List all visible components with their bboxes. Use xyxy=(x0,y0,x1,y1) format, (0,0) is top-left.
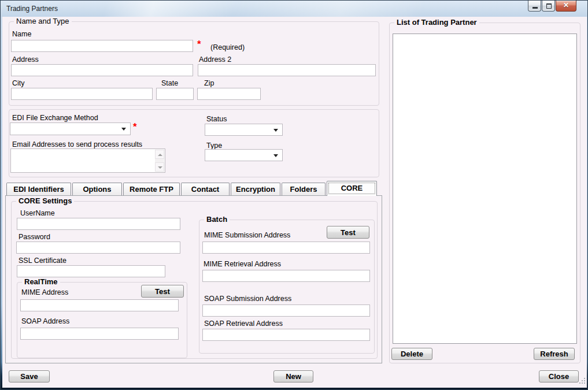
state-label: State xyxy=(161,79,178,87)
name-and-type-group-label: Name and Type xyxy=(14,17,72,25)
core-settings-group-label: CORE Settings xyxy=(16,197,74,205)
name-input[interactable] xyxy=(11,40,193,52)
close-window-button[interactable]: ✕ xyxy=(556,1,576,12)
dropdown-arrow-icon[interactable] xyxy=(121,128,126,131)
tab-options[interactable]: Options xyxy=(72,183,122,195)
tab-focus-rectangle xyxy=(328,183,375,194)
address2-input[interactable] xyxy=(198,64,376,76)
ssl-certificate-input[interactable] xyxy=(17,265,165,277)
name-label: Name xyxy=(12,30,31,38)
partner-list-group-label: List of Trading Partner xyxy=(394,18,479,27)
mime-retrieval-label: MIME Retrieval Address xyxy=(204,260,281,268)
title-bar[interactable]: Trading Partners ✕ xyxy=(1,1,587,17)
edi-method-label: EDI File Exchange Method xyxy=(12,114,98,122)
realtime-test-button[interactable]: Test xyxy=(141,285,184,298)
email-scrollbar[interactable] xyxy=(155,150,164,172)
status-combobox[interactable] xyxy=(205,124,283,136)
email-addresses-textarea[interactable] xyxy=(10,148,165,173)
mime-address-label: MIME Address xyxy=(21,288,68,296)
email-addresses-label: Email Addresses to send process results xyxy=(12,140,142,148)
close-button[interactable]: Close xyxy=(539,370,579,382)
zip-input[interactable] xyxy=(197,88,261,100)
new-button[interactable]: New xyxy=(273,370,313,382)
save-button[interactable]: Save xyxy=(9,370,50,382)
form-content: Name and Type Name * (Required) Address … xyxy=(2,17,587,388)
username-label: UserName xyxy=(20,209,55,217)
soap-submission-label: SOAP Submission Address xyxy=(204,295,291,303)
maximize-icon xyxy=(546,3,552,9)
address-input[interactable] xyxy=(11,64,193,76)
tab-edi-identifiers[interactable]: EDI Identifiers xyxy=(6,183,71,195)
trading-partner-listbox[interactable] xyxy=(393,34,577,344)
city-input[interactable] xyxy=(11,88,153,100)
minimize-icon xyxy=(532,7,538,9)
username-input[interactable] xyxy=(17,218,180,230)
edi-method-required-marker: * xyxy=(133,121,137,133)
soap-submission-input[interactable] xyxy=(202,304,370,317)
tab-core[interactable]: CORE xyxy=(327,181,377,196)
name-required-marker: * xyxy=(197,39,201,50)
soap-retrieval-label: SOAP Retrieval Address xyxy=(204,320,283,328)
city-label: City xyxy=(12,79,25,87)
mime-address-input[interactable] xyxy=(20,299,179,311)
realtime-group-label: RealTime xyxy=(22,278,60,286)
state-input[interactable] xyxy=(156,88,194,100)
address-label: Address xyxy=(12,55,39,64)
type-label: Type xyxy=(206,142,222,150)
window-title: Trading Partners xyxy=(6,5,58,13)
zip-label: Zip xyxy=(204,79,214,87)
refresh-button[interactable]: Refresh xyxy=(534,348,575,360)
soap-address-label: SOAP Address xyxy=(21,317,69,325)
batch-group-label: Batch xyxy=(204,216,230,224)
address2-label: Address 2 xyxy=(199,55,231,64)
soap-retrieval-input[interactable] xyxy=(202,329,370,341)
tab-folders[interactable]: Folders xyxy=(282,183,326,195)
delete-button[interactable]: Delete xyxy=(391,348,432,360)
trading-partners-window: Trading Partners ✕ Name and Type Name * … xyxy=(0,0,588,390)
mime-submission-input[interactable] xyxy=(202,242,370,254)
dropdown-arrow-icon[interactable] xyxy=(273,154,278,157)
batch-test-button[interactable]: Test xyxy=(327,226,369,239)
tab-remote-ftp[interactable]: Remote FTP xyxy=(123,183,180,195)
type-combobox[interactable] xyxy=(205,149,283,161)
resize-grip-icon[interactable] xyxy=(578,377,585,384)
required-text: (Required) xyxy=(210,43,245,51)
dropdown-arrow-icon[interactable] xyxy=(273,129,278,132)
mime-submission-label: MIME Submission Address xyxy=(204,231,290,239)
soap-address-input[interactable] xyxy=(20,328,179,340)
ssl-certificate-label: SSL Certificate xyxy=(19,257,66,265)
password-input[interactable] xyxy=(16,242,180,254)
close-icon: ✕ xyxy=(563,1,569,9)
scroll-down-icon[interactable] xyxy=(155,162,164,172)
minimize-button[interactable] xyxy=(528,1,541,12)
status-label: Status xyxy=(206,115,227,123)
maximize-button[interactable] xyxy=(542,1,555,12)
tab-encryption[interactable]: Encryption xyxy=(231,183,280,195)
edi-method-combobox[interactable] xyxy=(10,122,131,135)
password-label: Password xyxy=(19,233,50,241)
mime-retrieval-input[interactable] xyxy=(202,270,370,282)
tab-contact[interactable]: Contact xyxy=(181,183,230,195)
scroll-up-icon[interactable] xyxy=(155,150,164,159)
